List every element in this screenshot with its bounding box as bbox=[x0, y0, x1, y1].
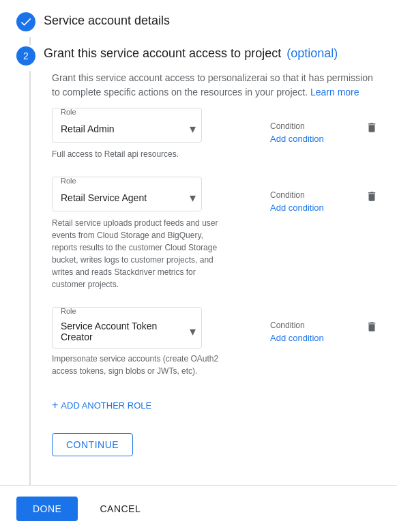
role1-chevron-icon[interactable]: ▾ bbox=[190, 121, 196, 136]
role3-label: Role bbox=[58, 308, 201, 315]
bottom-bar: DONE CANCEL bbox=[0, 485, 397, 532]
step2-title: Grant this service account access to pro… bbox=[44, 45, 281, 62]
role2-value: Retail Service Agent bbox=[61, 192, 147, 203]
learn-more-link[interactable]: Learn more bbox=[310, 87, 359, 98]
role1-select-wrapper: Role Retail Admin ▾ bbox=[52, 108, 202, 143]
role2-delete-button[interactable] bbox=[363, 177, 381, 209]
role1-value: Retail Admin bbox=[61, 123, 115, 134]
role1-condition-label: Condition bbox=[270, 121, 352, 131]
step1-title: Service account details bbox=[44, 14, 170, 27]
role3-condition-label: Condition bbox=[270, 321, 352, 330]
cancel-button[interactable]: CANCEL bbox=[89, 497, 151, 521]
role2-chevron-icon[interactable]: ▾ bbox=[190, 190, 196, 205]
role1-condition: Condition Add condition bbox=[270, 108, 352, 144]
role2-label: Role bbox=[58, 177, 201, 185]
role1-description: Full access to Retail api resources. bbox=[52, 148, 229, 160]
role3-add-condition[interactable]: Add condition bbox=[270, 333, 352, 343]
add-role-button[interactable]: + ADD ANOTHER ROLE bbox=[52, 394, 151, 417]
role3-select-wrapper: Role Service Account Token Creator ▾ bbox=[52, 307, 202, 349]
role-row-1: Role Retail Admin ▾ Condition Add condit… bbox=[52, 108, 381, 166]
step2-optional: (optional) bbox=[286, 46, 338, 61]
role-row-2: Role Retail Service Agent ▾ Condition Ad… bbox=[52, 177, 381, 296]
role1-add-condition[interactable]: Add condition bbox=[270, 134, 352, 144]
continue-button[interactable]: CONTINUE bbox=[52, 433, 133, 456]
done-button[interactable]: DONE bbox=[16, 497, 78, 521]
role2-add-condition[interactable]: Add condition bbox=[270, 203, 352, 213]
role3-value: Service Account Token Creator bbox=[61, 321, 190, 342]
role2-select-wrapper: Role Retail Service Agent ▾ bbox=[52, 177, 202, 211]
plus-icon: + bbox=[52, 399, 58, 411]
role1-label: Role bbox=[58, 108, 201, 116]
role3-condition: Condition Add condition bbox=[270, 307, 352, 343]
add-role-label: ADD ANOTHER ROLE bbox=[61, 400, 151, 411]
step2-description: Grant this service account access to per… bbox=[52, 71, 381, 100]
role2-description: Retail service uploads product feeds and… bbox=[52, 217, 229, 291]
step2-icon: 2 bbox=[16, 46, 35, 65]
role3-description: Impersonate service accounts (create OAu… bbox=[52, 353, 229, 377]
step1-icon bbox=[16, 12, 35, 31]
role3-chevron-icon[interactable]: ▾ bbox=[190, 324, 196, 339]
role-row-3: Role Service Account Token Creator ▾ Con… bbox=[52, 307, 381, 383]
role3-delete-button[interactable] bbox=[363, 307, 381, 339]
role1-delete-button[interactable] bbox=[363, 108, 381, 140]
role2-condition-label: Condition bbox=[270, 190, 352, 200]
role2-condition: Condition Add condition bbox=[270, 177, 352, 213]
